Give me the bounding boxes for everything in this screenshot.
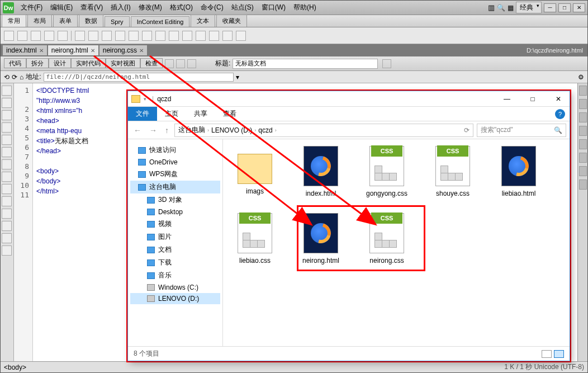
tool-icon[interactable] (382, 59, 391, 68)
menu-item[interactable]: 站点(S) (228, 2, 257, 13)
file-item[interactable]: CSSliebiao.css (230, 213, 280, 265)
insert-tab[interactable]: 收藏夹 (216, 15, 247, 27)
home-icon[interactable]: ⌂ (20, 73, 23, 81)
tool-icon[interactable] (209, 31, 219, 41)
settings-icon[interactable]: ⚙ (578, 73, 584, 81)
tool-icon[interactable] (2, 221, 12, 231)
tree-item[interactable]: 音乐 (130, 269, 220, 282)
tool-icon[interactable] (2, 159, 12, 169)
menu-item[interactable]: 修改(M) (135, 2, 165, 13)
tree-item[interactable]: 文档 (130, 243, 220, 256)
document-tab[interactable]: index.html✕ (3, 45, 47, 55)
insert-tab[interactable]: 布局 (27, 15, 52, 27)
menu-item[interactable]: 帮助(H) (290, 2, 320, 13)
tool-icon[interactable] (142, 31, 152, 41)
tree-item[interactable]: 视频 (130, 218, 220, 230)
panel-icon[interactable] (579, 153, 587, 163)
tool-icon[interactable] (2, 86, 12, 96)
tool-icon[interactable] (196, 31, 206, 41)
tree-item[interactable]: 下载 (130, 256, 220, 269)
back-button[interactable]: ← (131, 126, 144, 135)
insert-tabbar[interactable]: 常用布局表单数据SpryInContext Editing文本收藏夹 (1, 15, 587, 27)
tree-item[interactable]: 快速访问 (130, 144, 220, 157)
view-button[interactable]: 实时视图 (106, 58, 140, 68)
close-icon[interactable]: ✕ (91, 48, 95, 54)
menu-item[interactable]: 编辑(E) (47, 2, 76, 13)
tool-icon[interactable] (176, 59, 185, 68)
ribbon-tab[interactable]: 共享 (186, 107, 215, 121)
ribbon-tab[interactable]: 文件 (128, 107, 157, 121)
tool-icon[interactable] (169, 31, 179, 41)
tool-icon[interactable] (236, 31, 246, 41)
tool-icon[interactable] (2, 209, 12, 219)
breadcrumb-item[interactable]: 这台电脑 (178, 125, 205, 135)
tool-icon[interactable] (165, 59, 174, 68)
menu-item[interactable]: 格式(O) (167, 2, 196, 13)
tool-icon[interactable] (2, 110, 12, 120)
file-pane[interactable]: imagsindex.htmlCSSgongyong.cssCSSshouye.… (223, 139, 570, 346)
tree-item[interactable]: 这台电脑 (130, 181, 220, 193)
document-tab[interactable]: neirong.css✕ (99, 45, 147, 55)
view-icons-icon[interactable] (554, 350, 564, 358)
back-icon[interactable]: ⟲ (4, 73, 10, 81)
tool-icon[interactable] (102, 31, 112, 41)
tool-icon[interactable] (2, 135, 12, 145)
tool-icon[interactable] (75, 31, 85, 41)
tool-icon[interactable] (129, 31, 139, 41)
insert-tab[interactable]: 表单 (53, 15, 78, 27)
panel-icon[interactable] (579, 139, 587, 149)
grid-icon[interactable]: ▦ (508, 4, 514, 12)
address-input[interactable] (44, 73, 234, 82)
menu-item[interactable]: 查看(V) (77, 2, 106, 13)
tree-item[interactable]: WPS网盘 (130, 168, 220, 181)
tool-icon[interactable] (2, 245, 12, 256)
layout-dropdown[interactable]: 经典 (516, 2, 542, 13)
help-icon[interactable]: ? (555, 109, 565, 119)
tree-item[interactable]: LENOVO (D:) (130, 293, 220, 304)
refresh-icon[interactable]: ⟳ (464, 126, 470, 134)
insert-tab[interactable]: 常用 (2, 15, 26, 27)
close-button[interactable]: ✕ (573, 3, 585, 12)
file-item[interactable]: neirong.html (296, 213, 346, 265)
view-details-icon[interactable] (542, 350, 552, 358)
close-icon[interactable]: ✕ (139, 48, 144, 54)
tool-icon[interactable] (2, 122, 12, 133)
document-tabs[interactable]: index.html✕neirong.html✕neirong.css✕D:\q… (1, 44, 587, 56)
tool-icon[interactable] (2, 184, 12, 194)
menu-item[interactable]: 窗口(W) (258, 2, 289, 13)
file-item[interactable]: imags (230, 146, 280, 197)
forward-icon[interactable]: ⟳ (12, 73, 17, 81)
menu-item[interactable]: 文件(F) (17, 2, 46, 13)
ribbon-tab[interactable]: 查看 (215, 107, 244, 121)
explorer-titlebar[interactable]: ▾ | qczd — □ ✕ (128, 91, 570, 107)
tool-icon[interactable] (58, 31, 68, 41)
file-item[interactable]: CSSneirong.css (362, 213, 412, 265)
panel-icon[interactable] (579, 86, 587, 96)
tool-icon[interactable] (4, 31, 14, 41)
exp-minimize-button[interactable]: — (499, 95, 515, 103)
menu-item[interactable]: 命令(C) (197, 2, 227, 13)
view-button[interactable]: 检查 (140, 58, 163, 68)
view-button[interactable]: 实时代码 (71, 58, 106, 68)
tool-icon[interactable] (2, 98, 12, 108)
layout-icon[interactable]: ▥ (488, 3, 495, 12)
ribbon-tab[interactable]: 主页 (157, 107, 186, 121)
right-dock[interactable] (577, 83, 587, 361)
view-button[interactable]: 设计 (49, 58, 71, 68)
file-item[interactable]: liebiao.html (494, 146, 544, 197)
tree-item[interactable]: 图片 (130, 230, 220, 243)
folder-tree[interactable]: 快速访问OneDriveWPS网盘这台电脑3D 对象Desktop视频图片文档下… (128, 139, 223, 346)
tree-item[interactable]: Windows (C:) (130, 282, 220, 293)
tool-icon[interactable] (155, 31, 165, 41)
panel-icon[interactable] (579, 126, 587, 136)
tree-item[interactable]: Desktop (130, 206, 220, 218)
insert-tab[interactable]: 文本 (191, 15, 215, 27)
up-button[interactable]: ↑ (163, 126, 171, 135)
tool-icon[interactable] (17, 31, 27, 41)
panel-icon[interactable] (579, 112, 587, 122)
explorer-ribbon[interactable]: 文件主页共享查看? (128, 107, 570, 121)
browse-icon[interactable]: ▾ (236, 73, 239, 81)
nav-down-icon[interactable]: ▾ (144, 96, 146, 102)
title-input[interactable] (233, 59, 378, 69)
insert-tab[interactable]: InContext Editing (131, 16, 190, 27)
